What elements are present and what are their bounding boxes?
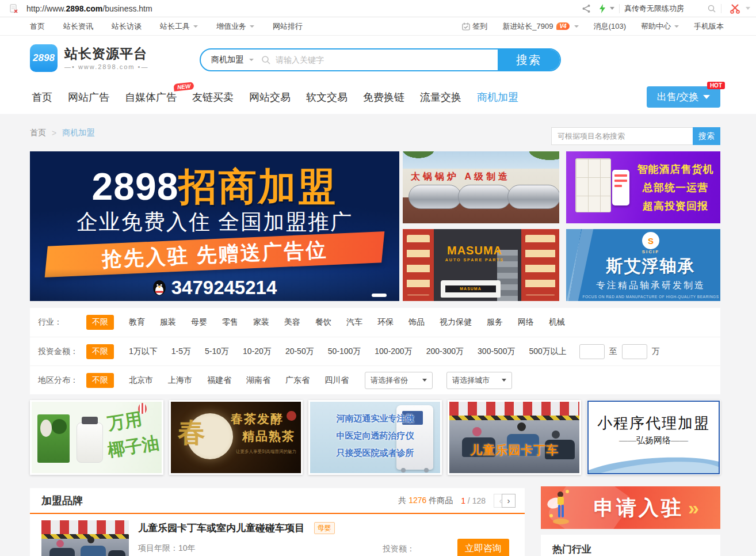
filter-option[interactable]: 湖南省 bbox=[246, 375, 270, 386]
filter-option[interactable]: 福建省 bbox=[207, 375, 231, 386]
filter-option[interactable]: 汽车 bbox=[346, 317, 362, 327]
listing-divider bbox=[30, 513, 525, 514]
filter-option[interactable]: 20-50万 bbox=[285, 346, 314, 357]
amount-min-input[interactable] bbox=[579, 344, 605, 359]
filter-option[interactable]: 50-100万 bbox=[328, 346, 361, 357]
boiler-tank-graphic bbox=[458, 185, 511, 209]
listing-item-title[interactable]: 儿童乐园卡丁车或室内儿童碰碰车项目 母婴 bbox=[138, 521, 335, 535]
filter-option[interactable]: 上海市 bbox=[168, 375, 192, 386]
filter-option[interactable]: 家装 bbox=[253, 317, 269, 327]
promo-banner-bearing[interactable]: S SICIF 斯艾浮轴承 专注精品轴承研发制造 FOCUS ON R&D AN… bbox=[566, 229, 720, 301]
filter-option[interactable]: 1-5万 bbox=[171, 346, 191, 357]
filter-option[interactable]: 网络 bbox=[518, 317, 534, 327]
speed-bolt-icon[interactable] bbox=[599, 4, 606, 13]
filter-option[interactable]: 四川省 bbox=[324, 375, 349, 386]
nav-item-business-franchise[interactable]: 商机加盟 bbox=[477, 90, 518, 104]
topbar-link-interview[interactable]: 站长访谈 bbox=[112, 21, 142, 32]
breadcrumb-home[interactable]: 首页 bbox=[30, 128, 46, 138]
ad-banner-coconut-oil[interactable]: 万用 椰子油 bbox=[30, 400, 163, 475]
filter-option[interactable]: 机械 bbox=[549, 317, 565, 327]
search-icon[interactable] bbox=[707, 4, 716, 13]
nav-item-site-ads[interactable]: 网站广告 bbox=[68, 90, 109, 104]
bearing-english-line: FOCUS ON R&D AND MANUFACTURE OF HIGH-QUA… bbox=[581, 295, 720, 299]
filter-selected-unlimited[interactable]: 不限 bbox=[86, 315, 114, 330]
topbar-link-home[interactable]: 首页 bbox=[30, 21, 45, 32]
filter-option[interactable]: 母婴 bbox=[191, 317, 207, 327]
user-menu[interactable]: 新进站长_7909 V4 bbox=[502, 21, 578, 32]
nav-item-link-trade[interactable]: 友链买卖 bbox=[192, 90, 234, 104]
project-search-input[interactable] bbox=[551, 127, 693, 145]
promo-banner-masuma[interactable]: MASUMA AUTO SPARE PARTS MASUMA bbox=[403, 229, 559, 301]
filter-option[interactable]: 服务 bbox=[487, 317, 503, 327]
ad-banner-medical[interactable]: 河南迈通实业专注做 中医定向透药治疗仪 只接受医院或者诊所 bbox=[308, 400, 442, 475]
amount-max-input[interactable] bbox=[622, 344, 647, 359]
topbar-link-tools[interactable]: 站长工具 bbox=[160, 21, 198, 32]
hero-banner[interactable]: 2898招商加盟 企业免费入住 全国加盟推广 抢先入驻 先赠送广告位 34792… bbox=[30, 151, 399, 301]
city-select[interactable]: 请选择城市 bbox=[446, 372, 512, 389]
filter-option[interactable]: 餐饮 bbox=[315, 317, 331, 327]
chevron-down-icon bbox=[422, 379, 427, 382]
nav-item-home[interactable]: 首页 bbox=[32, 90, 52, 104]
filter-option[interactable]: 300-500万 bbox=[478, 346, 515, 357]
topbar-link-services[interactable]: 增值业务 bbox=[216, 21, 254, 32]
miniapp-title: 小程序代理加盟 bbox=[589, 413, 719, 433]
site-logo[interactable]: 2898 bbox=[30, 44, 58, 72]
province-select[interactable]: 请选择省份 bbox=[365, 372, 433, 389]
filter-option[interactable]: 100-200万 bbox=[375, 346, 412, 357]
next-page-button[interactable]: › bbox=[502, 494, 516, 508]
site-url-tagline: —• www.2898.com •— bbox=[64, 63, 148, 70]
filter-option[interactable]: 10-20万 bbox=[243, 346, 272, 357]
ad-banner-miniapp[interactable]: 小程序代理加盟 ——弘扬网络—— bbox=[587, 400, 720, 475]
nav-item-free-links[interactable]: 免费换链 bbox=[363, 90, 404, 104]
filter-option[interactable]: 广东省 bbox=[285, 375, 310, 386]
filter-option[interactable]: 零售 bbox=[222, 317, 238, 327]
search-button[interactable]: 搜索 bbox=[498, 48, 560, 71]
help-center-menu[interactable]: 帮助中心 bbox=[641, 21, 679, 32]
search-category-select[interactable]: 商机加盟 bbox=[201, 55, 261, 65]
category-badge: 母婴 bbox=[314, 522, 335, 534]
scissors-icon[interactable] bbox=[730, 3, 742, 14]
tea-text-3: 让更多人享受到高端普洱的魅力 bbox=[236, 449, 296, 455]
nav-item-article-trade[interactable]: 软文交易 bbox=[306, 90, 348, 104]
promo-banner-boiler[interactable]: 太锅锅炉 A级制造 bbox=[403, 151, 559, 223]
url-text[interactable]: http://www.2898.com/business.htm bbox=[26, 4, 152, 13]
filter-option[interactable]: 500万以上 bbox=[529, 346, 566, 357]
filter-option[interactable]: 美容 bbox=[284, 317, 300, 327]
sell-exchange-button[interactable]: 出售/交换 bbox=[647, 86, 720, 108]
promo-banner-vending[interactable]: 智能酒店售货机 总部统一运营 超高投资回报 bbox=[566, 151, 720, 223]
filter-option[interactable]: 1万以下 bbox=[129, 346, 158, 357]
checkin-button[interactable]: 签到 bbox=[462, 21, 487, 32]
topbar-link-news[interactable]: 站长资讯 bbox=[63, 21, 93, 32]
nav-item-media-ads[interactable]: 自媒体广告 NEW bbox=[125, 90, 177, 104]
nav-item-traffic-exchange[interactable]: 流量交换 bbox=[420, 90, 461, 104]
share-icon[interactable] bbox=[582, 4, 591, 13]
helmet-graphic bbox=[472, 427, 482, 436]
project-search-button[interactable]: 搜索 bbox=[693, 127, 720, 145]
mobile-version-link[interactable]: 手机版本 bbox=[694, 21, 724, 32]
listing-item-thumbnail[interactable] bbox=[41, 520, 129, 556]
scissors-caret-icon[interactable] bbox=[746, 7, 750, 10]
filter-option[interactable]: 环保 bbox=[377, 317, 394, 327]
apply-to-join-banner[interactable]: 申请入驻 » bbox=[541, 486, 720, 529]
messages-link[interactable]: 消息(103) bbox=[594, 21, 626, 32]
filter-option[interactable]: 服装 bbox=[160, 317, 176, 327]
browser-search-box[interactable]: 真传奇无限练功房 bbox=[624, 3, 716, 14]
browser-tools-caret-icon[interactable] bbox=[610, 7, 614, 10]
browser-search-text[interactable]: 真传奇无限练功房 bbox=[624, 3, 684, 14]
filter-selected-unlimited[interactable]: 不限 bbox=[86, 344, 114, 359]
filter-option[interactable]: 北京市 bbox=[129, 375, 153, 386]
filter-selected-unlimited[interactable]: 不限 bbox=[86, 373, 114, 388]
topbar-link-ranking[interactable]: 网站排行 bbox=[273, 21, 303, 32]
ad-banner-karting[interactable]: 儿童乐园卡丁车 bbox=[448, 400, 581, 475]
ad-banner-tea[interactable]: 春 春茶发酵 精品熟茶 让更多人享受到高端普洱的魅力 bbox=[169, 400, 303, 475]
nav-item-site-trade[interactable]: 网站交易 bbox=[249, 90, 291, 104]
filter-option[interactable]: 教育 bbox=[129, 317, 145, 327]
filter-option[interactable]: 饰品 bbox=[408, 317, 425, 327]
keyword-search-input[interactable] bbox=[271, 55, 498, 64]
carousel-indicator[interactable] bbox=[372, 294, 387, 297]
consult-now-button[interactable]: 立即咨询 bbox=[457, 539, 509, 556]
filter-option[interactable]: 5-10万 bbox=[205, 346, 229, 357]
page-insecure-icon[interactable] bbox=[10, 4, 18, 13]
filter-option[interactable]: 200-300万 bbox=[426, 346, 464, 357]
filter-option[interactable]: 视力保健 bbox=[440, 317, 472, 327]
